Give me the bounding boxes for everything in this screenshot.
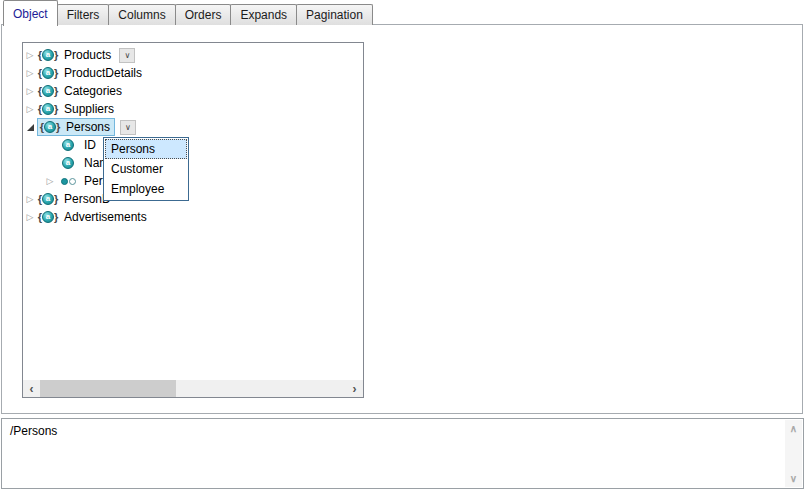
property-icon: a: [57, 157, 79, 169]
expand-arrow-icon[interactable]: ▷: [43, 177, 57, 186]
tree-item-label: Persons: [63, 119, 113, 135]
tree-item-persondetail-nav[interactable]: ▷ Pers: [23, 172, 363, 190]
tab-label: Expands: [240, 8, 287, 22]
entityset-icon: {a}: [37, 193, 59, 205]
entity-type-dropdown: Persons Customer Employee: [103, 137, 189, 201]
entityset-icon: {a}: [39, 121, 61, 133]
scroll-left-icon[interactable]: ‹: [23, 380, 40, 397]
object-tree-panel: ▷ {a} Products ∨ ▷ {a} ProductDetails ▷ …: [22, 42, 364, 398]
query-path-box[interactable]: /Persons ∧ ∨: [1, 418, 804, 489]
entityset-icon: {a}: [37, 67, 59, 79]
type-dropdown-button[interactable]: ∨: [119, 48, 135, 63]
entityset-icon: {a}: [37, 103, 59, 115]
expand-arrow-icon[interactable]: ▷: [23, 51, 37, 60]
tab-object[interactable]: Object: [3, 0, 58, 26]
chevron-down-icon: ∨: [124, 51, 130, 60]
navigation-property-icon: [57, 178, 79, 185]
tree-item-label: Suppliers: [61, 101, 117, 117]
tree-item-productdetails[interactable]: ▷ {a} ProductDetails: [23, 64, 363, 82]
collapse-arrow-icon[interactable]: [23, 124, 37, 131]
expand-arrow-icon[interactable]: ▷: [23, 105, 37, 114]
tree-item-label: Products: [61, 47, 114, 63]
scroll-down-icon[interactable]: ∨: [785, 470, 802, 487]
entityset-icon: {a}: [37, 49, 59, 61]
odata-query-builder-window: Object Filters Columns Orders Expands Pa…: [0, 0, 806, 492]
tree-item-suppliers[interactable]: ▷ {a} Suppliers: [23, 100, 363, 118]
tree-item-products[interactable]: ▷ {a} Products ∨: [23, 46, 363, 64]
tab-orders[interactable]: Orders: [175, 4, 232, 25]
tab-label: Filters: [67, 8, 100, 22]
tab-label: Orders: [185, 8, 222, 22]
tab-label: Columns: [118, 8, 165, 22]
entityset-icon: {a}: [37, 85, 59, 97]
scroll-up-icon[interactable]: ∧: [785, 420, 802, 437]
scrollbar-thumb[interactable]: [40, 380, 176, 397]
tab-label: Pagination: [306, 8, 363, 22]
entityset-icon: {a}: [37, 211, 59, 223]
expand-arrow-icon[interactable]: ▷: [23, 87, 37, 96]
tab-expands[interactable]: Expands: [230, 4, 297, 25]
tree-item-persons[interactable]: {a} Persons ∨: [23, 118, 363, 136]
tree-item-id[interactable]: a ID: [23, 136, 363, 154]
type-dropdown-button[interactable]: ∨: [120, 120, 136, 135]
object-tree: ▷ {a} Products ∨ ▷ {a} ProductDetails ▷ …: [23, 46, 363, 226]
tab-label: Object: [13, 7, 48, 21]
selected-tree-item: {a} Persons: [37, 118, 115, 136]
expand-arrow-icon[interactable]: ▷: [23, 195, 37, 204]
tree-item-label: Categories: [61, 83, 125, 99]
tree-item-name[interactable]: a Nam: [23, 154, 363, 172]
horizontal-scrollbar[interactable]: ‹ ›: [23, 380, 363, 397]
scroll-right-icon[interactable]: ›: [346, 380, 363, 397]
tree-item-categories[interactable]: ▷ {a} Categories: [23, 82, 363, 100]
query-path-text: /Persons: [10, 424, 57, 438]
tab-pagination[interactable]: Pagination: [296, 4, 373, 25]
dropdown-item-customer[interactable]: Customer: [105, 159, 187, 179]
expand-arrow-icon[interactable]: ▷: [23, 213, 37, 222]
expand-arrow-icon[interactable]: ▷: [23, 69, 37, 78]
tree-item-persondetails[interactable]: ▷ {a} PersonD: [23, 190, 363, 208]
tab-bar: Object Filters Columns Orders Expands Pa…: [3, 0, 372, 25]
chevron-down-icon: ∨: [125, 123, 131, 132]
tab-columns[interactable]: Columns: [108, 4, 175, 25]
vertical-scrollbar[interactable]: ∧ ∨: [785, 420, 802, 487]
dropdown-item-employee[interactable]: Employee: [105, 179, 187, 199]
tree-item-advertisements[interactable]: ▷ {a} Advertisements: [23, 208, 363, 226]
tree-item-label: Advertisements: [61, 209, 150, 225]
tab-filters[interactable]: Filters: [57, 4, 110, 25]
tree-item-label: ProductDetails: [61, 65, 145, 81]
tree-item-label: ID: [81, 137, 99, 153]
property-icon: a: [57, 139, 79, 151]
dropdown-item-persons[interactable]: Persons: [105, 139, 187, 159]
